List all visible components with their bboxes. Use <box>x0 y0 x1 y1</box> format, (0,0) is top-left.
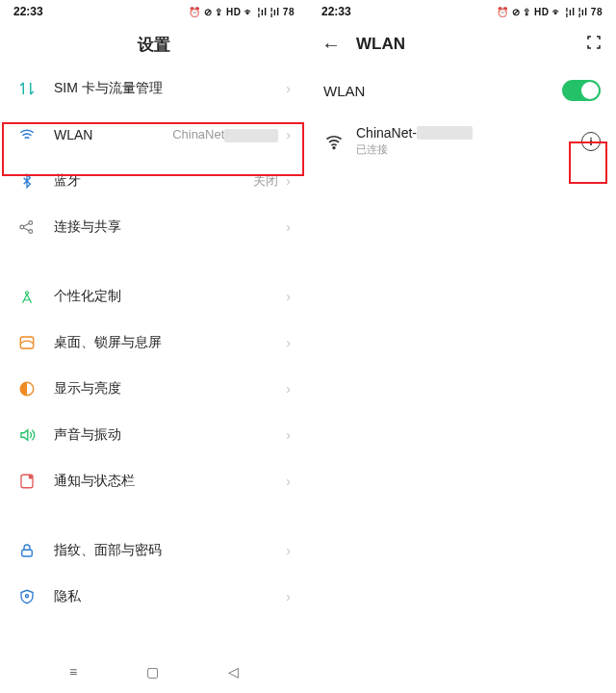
settings-row-wlan[interactable]: WLAN ChinaNet › <box>0 112 308 158</box>
lock-icon <box>17 541 37 560</box>
svg-point-10 <box>333 146 335 148</box>
scan-qr-icon[interactable] <box>585 34 603 55</box>
chevron-right-icon: › <box>286 427 291 443</box>
desktop-icon <box>17 333 37 352</box>
wlan-toggle-row[interactable]: WLAN <box>308 65 616 116</box>
settings-row-display[interactable]: 显示与亮度 › <box>0 366 308 412</box>
compass-icon <box>17 287 37 306</box>
wifi-icon <box>17 125 37 144</box>
row-label: 桌面、锁屏与息屏 <box>54 334 286 351</box>
settings-row-desktop[interactable]: 桌面、锁屏与息屏 › <box>0 320 308 366</box>
android-navbar: ≡ ▢ ◁ <box>0 656 308 687</box>
chevron-right-icon: › <box>286 173 291 189</box>
row-label: 显示与亮度 <box>54 380 286 398</box>
wlan-pane: 22:33 ⏰ ⊘ ⇪ HD ᯤ ¦ıl ¦ıl 78 ← WLAN WLAN … <box>308 0 616 693</box>
settings-row-share[interactable]: 连接与共享 › <box>0 204 308 250</box>
settings-title-row: 设置 <box>0 23 308 65</box>
privacy-icon <box>17 587 37 606</box>
settings-row-notification[interactable]: 通知与状态栏 › <box>0 458 308 504</box>
settings-row-personalize[interactable]: 个性化定制 › <box>0 273 308 320</box>
status-indicators: ⏰ ⊘ ⇪ HD ᯤ ¦ıl ¦ıl 78 <box>497 7 603 17</box>
status-indicators: ⏰ ⊘ ⇪ HD ᯤ ¦ıl ¦ıl 78 <box>189 7 295 17</box>
settings-row-privacy[interactable]: 隐私 › <box>0 574 308 620</box>
chevron-right-icon: › <box>286 589 291 604</box>
info-icon[interactable]: i <box>581 132 601 151</box>
sound-icon <box>17 425 37 445</box>
bluetooth-value: 关闭 <box>253 172 278 190</box>
network-status: 已连接 <box>356 142 581 157</box>
chevron-right-icon: › <box>286 381 291 397</box>
nav-recents-icon[interactable]: ≡ <box>69 664 77 680</box>
status-bar: 22:33 ⏰ ⊘ ⇪ HD ᯤ ¦ıl ¦ıl 78 <box>308 0 616 23</box>
wlan-toggle-label: WLAN <box>323 83 562 99</box>
row-label: 声音与振动 <box>54 426 286 444</box>
redacted-text <box>417 126 473 140</box>
svg-point-3 <box>26 292 29 295</box>
nav-back-icon[interactable]: ◁ <box>228 664 239 680</box>
chevron-right-icon: › <box>286 543 291 558</box>
row-label: SIM 卡与流量管理 <box>54 80 286 97</box>
wlan-title: WLAN <box>356 35 405 54</box>
wlan-network-row[interactable]: ChinaNet- 已连接 i <box>308 116 616 167</box>
sim-icon <box>17 79 37 98</box>
bluetooth-icon <box>17 171 37 191</box>
svg-point-9 <box>26 595 29 598</box>
chevron-right-icon: › <box>286 81 291 96</box>
settings-pane: 22:33 ⏰ ⊘ ⇪ HD ᯤ ¦ıl ¦ıl 78 设置 SIM 卡与流量管… <box>0 0 308 693</box>
chevron-right-icon: › <box>286 335 291 350</box>
row-label: 蓝牙 <box>54 172 253 190</box>
network-name: ChinaNet- <box>356 125 581 141</box>
chevron-right-icon: › <box>286 127 291 142</box>
settings-list: SIM 卡与流量管理 › WLAN ChinaNet › 蓝牙 关闭 › 连接与… <box>0 65 308 693</box>
settings-row-sim[interactable]: SIM 卡与流量管理 › <box>0 65 308 112</box>
nav-home-icon[interactable]: ▢ <box>146 664 159 680</box>
status-bar: 22:33 ⏰ ⊘ ⇪ HD ᯤ ¦ıl ¦ıl 78 <box>0 0 308 23</box>
status-time: 22:33 <box>13 5 43 18</box>
network-main: ChinaNet- 已连接 <box>356 125 581 157</box>
wlan-title-row: ← WLAN <box>308 23 616 65</box>
share-icon <box>17 218 37 237</box>
brightness-icon <box>17 379 37 398</box>
chevron-right-icon: › <box>286 219 291 235</box>
back-arrow-icon[interactable]: ← <box>321 34 341 56</box>
row-label: 个性化定制 <box>54 288 286 305</box>
row-label: 通知与状态栏 <box>54 473 286 490</box>
notification-icon <box>17 472 37 491</box>
row-label: 连接与共享 <box>54 218 286 236</box>
settings-row-biometrics[interactable]: 指纹、面部与密码 › <box>0 527 308 574</box>
status-time: 22:33 <box>321 5 351 18</box>
settings-row-sound[interactable]: 声音与振动 › <box>0 412 308 458</box>
wlan-value: ChinaNet <box>172 127 278 142</box>
row-label: 隐私 <box>54 588 286 605</box>
settings-title: 设置 <box>138 34 170 56</box>
svg-point-7 <box>29 475 32 478</box>
settings-row-bluetooth[interactable]: 蓝牙 关闭 › <box>0 158 308 204</box>
row-label: WLAN <box>54 127 172 142</box>
chevron-right-icon: › <box>286 289 291 304</box>
redacted-text <box>224 129 278 142</box>
chevron-right-icon: › <box>286 474 291 489</box>
svg-rect-8 <box>22 550 33 556</box>
wlan-toggle-switch[interactable] <box>562 80 601 101</box>
row-label: 指纹、面部与密码 <box>54 542 286 559</box>
wifi-icon <box>323 132 345 151</box>
